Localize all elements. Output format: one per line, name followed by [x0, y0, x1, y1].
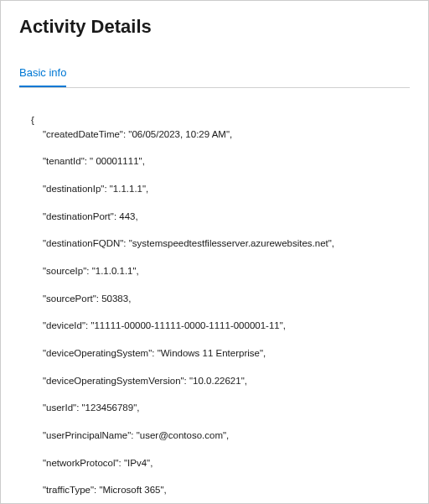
field-deviceId: "deviceId": "11111-00000-11111-0000-1111…	[19, 319, 410, 332]
field-userPrincipalName: "userPrincipalName": "user@contoso.com",	[19, 429, 410, 442]
json-open-brace: {	[19, 115, 34, 125]
field-userId: "userId": "123456789",	[19, 401, 410, 414]
field-destinationFQDN: "destinationFQDN": "systemspeedtestfiles…	[19, 236, 410, 250]
tabs-container: Basic info	[19, 65, 410, 88]
field-deviceOperatingSystemVersion: "deviceOperatingSystemVersion": "10.0.22…	[19, 374, 410, 387]
field-sourcePort: "sourcePort": 50383,	[19, 292, 410, 305]
page-title: Activity Details	[19, 16, 410, 38]
field-trafficType: "trafficType": "Microsoft 365",	[19, 483, 410, 496]
field-destinationPort: "destinationPort": 443,	[19, 210, 410, 223]
field-tenantId: "tenantId": " 00001111",	[19, 154, 410, 168]
json-details: { "createdDateTime": "06/05/2023, 10:29 …	[19, 100, 410, 504]
field-createdDateTime: "createdDateTime": "06/05/2023, 10:29 AM…	[19, 127, 410, 141]
field-networkProtocol: "networkProtocol": "IPv4",	[19, 456, 410, 470]
field-sourceIp: "sourceIp": "1.1.0.1.1",	[19, 264, 410, 278]
tab-basic-info[interactable]: Basic info	[19, 66, 66, 87]
field-deviceOperatingSystem: "deviceOperatingSystem": "Windows 11 Ent…	[19, 346, 410, 360]
field-destinationIp: "destinationIp": "1.1.1.1",	[19, 182, 410, 195]
